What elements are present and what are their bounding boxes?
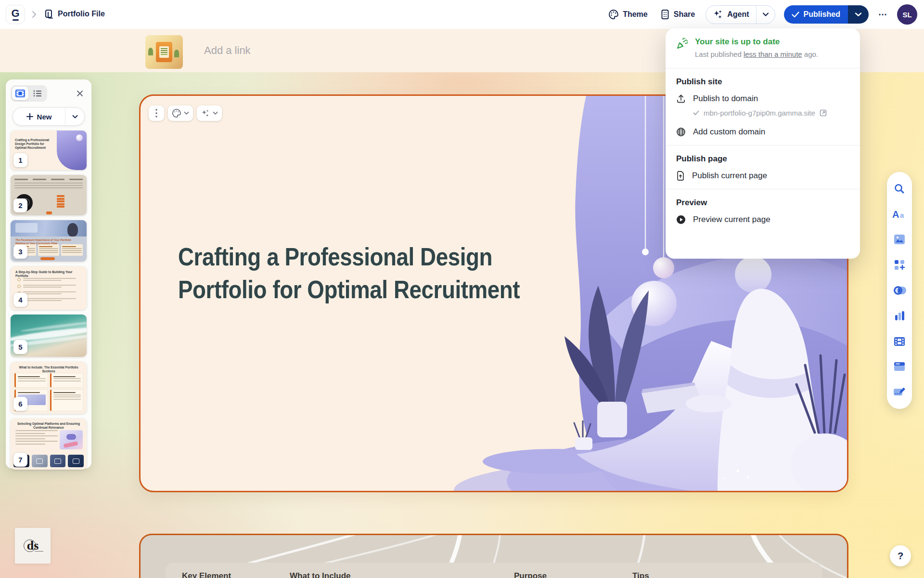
add-custom-domain-item[interactable]: Add custom domain (666, 122, 860, 142)
gamma-logo: G (11, 9, 19, 18)
sparkles-icon (713, 9, 723, 20)
list-icon (33, 90, 42, 97)
check-icon (792, 12, 799, 18)
slide-options-button[interactable] (149, 105, 164, 121)
upload-icon (676, 94, 686, 104)
slide-title[interactable]: Crafting a Professional Design Portfolio… (178, 240, 559, 306)
app-window: G Portfolio File Theme Share Agent (0, 0, 924, 578)
publish-menu: Your site is up to date Last published l… (666, 28, 860, 259)
theme-button[interactable]: Theme (606, 6, 650, 23)
published-domain-row[interactable]: mbn-portfolio-g7pip0m.gamma.site (666, 109, 860, 122)
help-button[interactable]: ? (890, 545, 911, 566)
thumbnail-title: What to Include: The Essential Portfolio… (15, 366, 82, 373)
slide-thumbnail-4[interactable]: A Step-by-Step Guide to Building Your Po… (11, 266, 87, 310)
thumbnail-title: Crafting a Professional Design Portfolio… (15, 138, 56, 150)
filmstrip-icon (894, 337, 905, 346)
bar-chart-icon (894, 311, 905, 321)
chart-tool-button[interactable] (891, 307, 908, 325)
breadcrumb[interactable]: Portfolio File (58, 10, 105, 18)
theme-colors-tool-button[interactable] (891, 282, 908, 299)
insert-toolbar: Aa (887, 172, 912, 409)
text-style-tool-button[interactable]: Aa (891, 206, 908, 223)
next-slide-canvas[interactable]: Key Element What to Include Purpose Tips (139, 534, 848, 578)
add-blocks-tool-button[interactable] (891, 256, 908, 274)
slide-thumbnail-3[interactable]: The Paramount Importance of Your Portfol… (11, 220, 87, 262)
slide-ai-button[interactable] (197, 105, 222, 121)
form-pencil-icon (893, 387, 906, 397)
slide-number-badge: 2 (13, 198, 27, 212)
preview-heading: Preview (666, 192, 860, 210)
agent-split-button[interactable]: Agent (706, 5, 775, 24)
filmstrip-icon (15, 90, 25, 97)
agent-dropdown-button[interactable] (756, 6, 775, 24)
new-slide-button[interactable]: New (13, 108, 65, 125)
thumbnail-hero-image (57, 131, 87, 170)
file-upload-icon (676, 171, 685, 181)
publish-split-button[interactable]: Published (784, 5, 869, 24)
search-tool-button[interactable] (891, 180, 908, 197)
grid-view-button[interactable] (12, 87, 28, 100)
publish-status-subtitle: Last published less than a minute ago. (695, 50, 818, 58)
video-tool-button[interactable] (891, 333, 908, 350)
add-link-field[interactable]: Add a link (204, 44, 251, 57)
slide-number-badge: 3 (13, 245, 27, 259)
slide-thumbnail-5[interactable]: 5 (11, 315, 87, 357)
publish-current-page-item[interactable]: Publish current page (666, 166, 860, 186)
close-sidebar-button[interactable] (73, 87, 87, 100)
thumbnail-illustration (60, 430, 83, 449)
thumbnail-title: A Step-by-Step Guide to Building Your Po… (15, 270, 82, 278)
palette-icon (172, 108, 181, 118)
table-header-purpose: Purpose (514, 571, 547, 578)
chevron-right-icon (31, 10, 38, 19)
slide-number-badge: 4 (13, 293, 27, 307)
publish-dropdown-button[interactable] (848, 5, 869, 24)
table-header-tips: Tips (632, 571, 649, 578)
preview-current-page-label: Preview current page (693, 215, 770, 224)
last-published-link[interactable]: less than a minute (744, 50, 802, 58)
party-popper-icon (676, 37, 689, 50)
slide-thumbnail-6[interactable]: What to Include: The Essential Portfolio… (11, 362, 87, 414)
slide-thumbnail-7[interactable]: Selecting Optimal Platforms and Ensuring… (11, 419, 87, 470)
publish-to-domain-item[interactable]: Publish to domain (666, 89, 860, 109)
preview-current-page-item[interactable]: Preview current page (666, 210, 860, 230)
slide-thumbnail-2[interactable]: 2 (11, 175, 87, 215)
chevron-down-icon (184, 111, 189, 115)
site-brand-logo[interactable]: ds (15, 528, 51, 564)
agent-button[interactable]: Agent (706, 6, 756, 24)
form-tool-button[interactable] (891, 383, 908, 401)
embed-tool-button[interactable] (891, 358, 908, 375)
blocks-plus-icon (894, 259, 905, 271)
menu-divider (666, 68, 860, 68)
publish-page-heading: Publish page (666, 148, 860, 166)
slide-number-badge: 1 (13, 153, 27, 167)
new-slide-dropdown[interactable] (65, 108, 84, 125)
top-bar: G Portfolio File Theme Share Agent (0, 0, 924, 29)
publish-to-domain-label: Publish to domain (693, 94, 758, 104)
list-view-button[interactable] (29, 87, 46, 100)
add-custom-domain-label: Add custom domain (693, 127, 765, 137)
slide-number-badge: 6 (13, 397, 27, 411)
avatar[interactable]: SL (897, 4, 917, 25)
more-options-button[interactable]: ⋯ (877, 7, 888, 22)
slide-theme-button[interactable] (168, 105, 193, 121)
thumbnail-photo (11, 220, 87, 236)
published-label: Published (804, 10, 840, 19)
table-header-what-to-include: What to Include (290, 571, 351, 578)
gamma-logo-button[interactable]: G (6, 5, 25, 24)
chevron-down-icon (72, 115, 78, 119)
view-toggle (11, 85, 47, 102)
slide-number-badge: 7 (13, 453, 27, 467)
play-circle-icon (676, 215, 686, 224)
share-icon (660, 9, 670, 20)
share-button[interactable]: Share (658, 6, 697, 23)
new-slide-split-button[interactable]: New (13, 107, 85, 126)
site-nav-logo-image[interactable] (145, 35, 183, 69)
slide-thumbnail-1[interactable]: Crafting a Professional Design Portfolio… (11, 131, 87, 170)
published-domain[interactable]: mbn-portfolio-g7pip0m.gamma.site (704, 109, 815, 117)
image-tool-button[interactable] (891, 231, 908, 248)
chevron-down-icon (855, 12, 862, 17)
share-label: Share (674, 10, 695, 19)
brand-monogram: ds (27, 539, 39, 553)
thumbnail-title: Selecting Optimal Platforms and Ensuring… (15, 422, 82, 430)
published-button[interactable]: Published (784, 5, 848, 24)
